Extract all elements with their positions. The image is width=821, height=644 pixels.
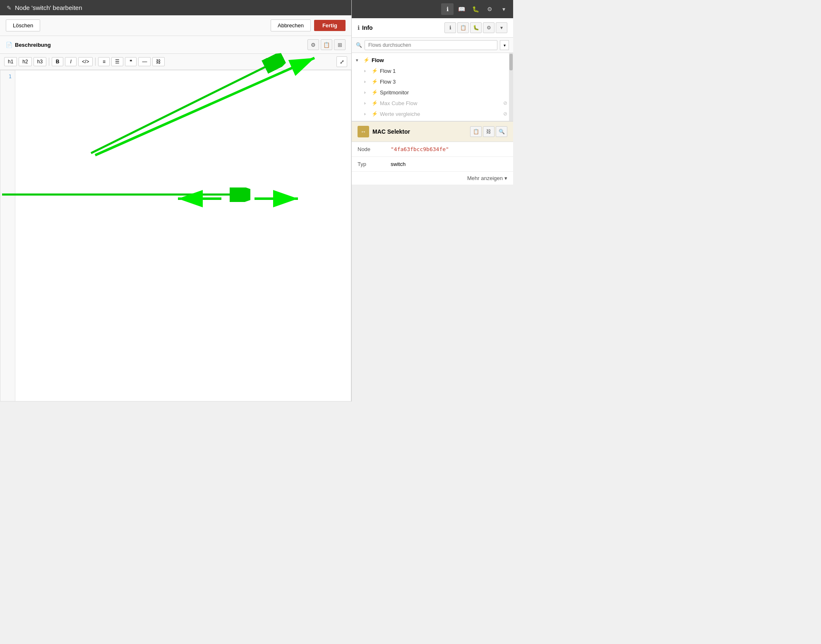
flow-maxcube-icon: ⚡ [371, 100, 378, 106]
toolbar-row: Löschen Abbrechen Fertig [0, 15, 351, 36]
search-bar: 🔍 ▾ [352, 38, 513, 53]
code-button[interactable]: </> [78, 57, 93, 66]
flow-werte-label: Werte vergleiche [380, 111, 420, 117]
mac-typ-row: Typ switch [352, 157, 513, 172]
beschreibung-header: 📄 Beschreibung ⚙ 📋 ⊞ [0, 36, 351, 54]
editor-textarea[interactable] [15, 70, 351, 401]
info-icon-btns: ℹ 📋 🐛 ⚙ ▾ [444, 22, 507, 33]
beschreibung-icons: ⚙ 📋 ⊞ [307, 39, 346, 50]
info-btn-4[interactable]: ⚙ [483, 22, 495, 33]
flow-root-icon: ⚡ [362, 57, 370, 63]
panel-title: Node 'switch' bearbeiten [15, 4, 82, 11]
flow-werte-chevron: › [364, 112, 369, 116]
right-panel: ℹ 📖 🐛 ⚙ ▾ ℹ Info ℹ 📋 🐛 ⚙ ▾ 🔍 ▾ [352, 0, 513, 401]
chevron-icon[interactable]: ▾ [497, 3, 510, 15]
italic-button[interactable]: I [65, 57, 77, 66]
flow-1-label: Flow 1 [380, 68, 396, 74]
info-icon: ℹ [358, 24, 360, 31]
hr-button[interactable]: — [138, 57, 151, 66]
toolbar-right: Abbrechen Fertig [271, 19, 346, 31]
info-section: ℹ Info ℹ 📋 🐛 ⚙ ▾ 🔍 ▾ ▾ ⚡ Flow [352, 18, 513, 122]
debug-icon[interactable]: 🐛 [469, 3, 482, 15]
search-input[interactable] [365, 40, 497, 50]
info-title: Info [362, 24, 442, 31]
beschreibung-doc-icon: 📄 [6, 42, 12, 48]
flow-werte-disabled-icon: ⊘ [503, 111, 507, 117]
panel-title-icon: ✎ [7, 5, 12, 11]
mac-typ-label: Typ [358, 161, 391, 167]
flow-root-label: Flow [372, 57, 384, 63]
flow-item-1[interactable]: › ⚡ Flow 1 [352, 65, 513, 76]
settings-icon-btn[interactable]: ⚙ [307, 39, 319, 50]
flow-item-sprit[interactable]: › ⚡ Spritmonitor [352, 87, 513, 98]
copy-icon-btn[interactable]: 📋 [321, 39, 332, 50]
loeschen-button[interactable]: Löschen [6, 19, 40, 31]
scrollbar-thumb[interactable] [509, 54, 513, 70]
mac-btn-search[interactable]: 🔍 [496, 126, 507, 137]
flow-maxcube-chevron: › [364, 101, 369, 106]
panel-title-bar: ✎ Node 'switch' bearbeiten [0, 0, 351, 15]
mac-btn-copy[interactable]: 📋 [470, 126, 482, 137]
mac-title: MAC Selektor [372, 128, 467, 135]
h2-button[interactable]: h2 [19, 57, 31, 66]
flow-3-chevron: › [364, 79, 369, 84]
mac-section: ↔ MAC Selektor 📋 ⛓ 🔍 Node "4fa63fbcc9b63… [352, 122, 513, 185]
mac-node-value: "4fa63fbcc9b634fe" [391, 146, 507, 152]
right-top-bar: ℹ 📖 🐛 ⚙ ▾ [352, 0, 513, 18]
mac-typ-value: switch [391, 161, 507, 167]
fullscreen-button[interactable]: ⤢ [336, 56, 347, 67]
flow-sprit-label: Spritmonitor [380, 89, 409, 96]
flow-sprit-chevron: › [364, 90, 369, 95]
mac-node-row: Node "4fa63fbcc9b634fe" [352, 142, 513, 157]
blockquote-button[interactable]: ❝ [125, 57, 137, 66]
flow-tree-wrapper: ▾ ⚡ Flow › ⚡ Flow 1 › ⚡ Flow 3 [352, 53, 513, 121]
flow-3-label: Flow 3 [380, 79, 396, 85]
flow-1-chevron: › [364, 69, 369, 73]
line-number-1: 1 [9, 74, 12, 79]
bold-button[interactable]: B [52, 57, 63, 66]
info-btn-1[interactable]: ℹ [444, 22, 456, 33]
flow-maxcube-disabled-icon: ⊘ [503, 100, 507, 106]
unordered-list-button[interactable]: ☰ [111, 57, 123, 66]
mac-header: ↔ MAC Selektor 📋 ⛓ 🔍 [352, 122, 513, 142]
flow-maxcube-label: Max Cube Flow [380, 100, 417, 106]
abbrechen-button[interactable]: Abbrechen [271, 19, 311, 31]
mac-mehr-label: Mehr anzeigen [467, 175, 503, 181]
gear-icon[interactable]: ⚙ [483, 3, 496, 15]
flow-root-chevron: ▾ [356, 58, 361, 62]
beschreibung-title: 📄 Beschreibung [6, 42, 51, 48]
mac-icon: ↔ [358, 126, 369, 137]
expand-icon-btn[interactable]: ⊞ [334, 39, 346, 50]
h3-button[interactable]: h3 [34, 57, 46, 66]
flow-item-werte[interactable]: › ⚡ Werte vergleiche ⊘ [352, 108, 513, 119]
flow-1-icon: ⚡ [371, 67, 378, 74]
flow-root-item[interactable]: ▾ ⚡ Flow [352, 55, 513, 65]
flow-sprit-icon: ⚡ [371, 89, 378, 96]
flow-3-icon: ⚡ [371, 78, 378, 85]
fertig-button[interactable]: Fertig [314, 20, 346, 31]
scrollbar-track [509, 53, 513, 121]
info-btn-2[interactable]: 📋 [457, 22, 469, 33]
fmt-divider-1 [49, 58, 49, 66]
ordered-list-button[interactable]: ≡ [98, 57, 110, 66]
flow-item-maxcube[interactable]: › ⚡ Max Cube Flow ⊘ [352, 98, 513, 108]
info-header: ℹ Info ℹ 📋 🐛 ⚙ ▾ [352, 18, 513, 38]
info-tab-icon[interactable]: ℹ [441, 3, 454, 15]
flow-item-3[interactable]: › ⚡ Flow 3 [352, 76, 513, 87]
info-btn-3[interactable]: 🐛 [470, 22, 482, 33]
mac-icon-btns: 📋 ⛓ 🔍 [470, 126, 507, 137]
mac-node-label: Node [358, 146, 391, 152]
mac-mehr-chevron: ▾ [504, 175, 507, 181]
info-btn-5[interactable]: ▾ [496, 22, 507, 33]
search-dropdown-btn[interactable]: ▾ [500, 40, 509, 50]
beschreibung-label: Beschreibung [15, 42, 51, 48]
link-button[interactable]: ⛓ [152, 57, 165, 66]
book-icon[interactable]: 📖 [455, 3, 468, 15]
h1-button[interactable]: h1 [4, 57, 17, 66]
mac-btn-link[interactable]: ⛓ [483, 126, 495, 137]
mac-mehr-anzeigen[interactable]: Mehr anzeigen ▾ [352, 172, 513, 185]
editor-area: 1 [0, 70, 351, 401]
flow-werte-icon: ⚡ [371, 111, 378, 117]
search-icon: 🔍 [356, 42, 362, 48]
fmt-divider-2 [95, 58, 96, 66]
